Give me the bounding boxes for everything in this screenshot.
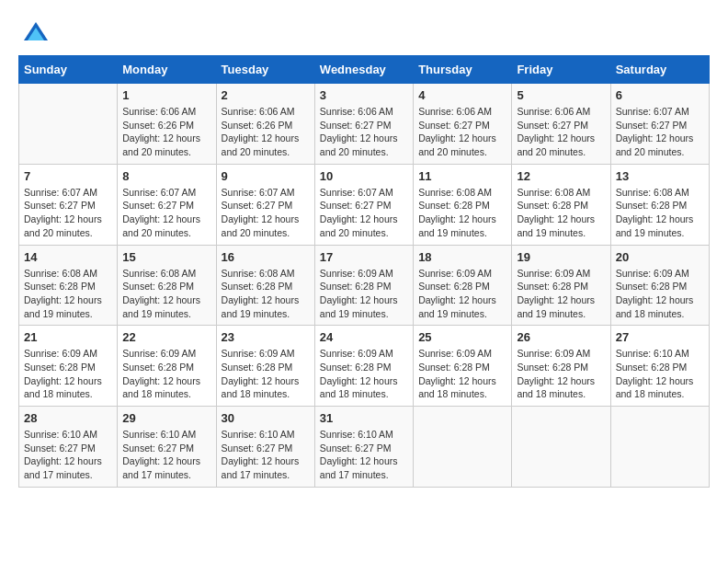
weekday-header-tuesday: Tuesday <box>216 56 314 84</box>
day-number: 9 <box>222 169 310 183</box>
day-number: 4 <box>418 88 506 102</box>
calendar-week-3: 14Sunrise: 6:08 AM Sunset: 6:28 PM Dayli… <box>19 245 710 326</box>
day-info: Sunrise: 6:08 AM Sunset: 6:28 PM Dayligh… <box>418 186 506 240</box>
day-info: Sunrise: 6:07 AM Sunset: 6:27 PM Dayligh… <box>24 186 112 240</box>
calendar-cell: 28Sunrise: 6:10 AM Sunset: 6:27 PM Dayli… <box>19 407 118 488</box>
calendar-week-4: 21Sunrise: 6:09 AM Sunset: 6:28 PM Dayli… <box>19 326 710 407</box>
page-header <box>18 18 710 46</box>
calendar-cell: 6Sunrise: 6:07 AM Sunset: 6:27 PM Daylig… <box>610 84 709 165</box>
day-info: Sunrise: 6:06 AM Sunset: 6:27 PM Dayligh… <box>517 105 605 159</box>
weekday-header-monday: Monday <box>118 56 216 84</box>
calendar-week-5: 28Sunrise: 6:10 AM Sunset: 6:27 PM Dayli… <box>19 407 710 488</box>
day-number: 26 <box>517 330 605 344</box>
calendar-cell: 20Sunrise: 6:09 AM Sunset: 6:28 PM Dayli… <box>610 245 709 326</box>
day-number: 6 <box>616 88 704 102</box>
day-number: 25 <box>418 330 506 344</box>
calendar-cell: 4Sunrise: 6:06 AM Sunset: 6:27 PM Daylig… <box>414 84 512 165</box>
day-info: Sunrise: 6:09 AM Sunset: 6:28 PM Dayligh… <box>320 267 408 321</box>
calendar-cell: 16Sunrise: 6:08 AM Sunset: 6:28 PM Dayli… <box>216 245 314 326</box>
calendar-cell: 5Sunrise: 6:06 AM Sunset: 6:27 PM Daylig… <box>512 84 610 165</box>
weekday-header-saturday: Saturday <box>610 56 709 84</box>
day-info: Sunrise: 6:09 AM Sunset: 6:28 PM Dayligh… <box>418 267 506 321</box>
day-info: Sunrise: 6:09 AM Sunset: 6:28 PM Dayligh… <box>24 347 112 401</box>
day-number: 31 <box>320 411 408 425</box>
calendar-cell: 18Sunrise: 6:09 AM Sunset: 6:28 PM Dayli… <box>414 245 512 326</box>
calendar-cell: 25Sunrise: 6:09 AM Sunset: 6:28 PM Dayli… <box>414 326 512 407</box>
calendar-cell: 30Sunrise: 6:10 AM Sunset: 6:27 PM Dayli… <box>216 407 314 488</box>
day-info: Sunrise: 6:09 AM Sunset: 6:28 PM Dayligh… <box>418 347 506 401</box>
day-number: 3 <box>320 88 408 102</box>
calendar-cell: 7Sunrise: 6:07 AM Sunset: 6:27 PM Daylig… <box>19 164 118 245</box>
day-info: Sunrise: 6:08 AM Sunset: 6:28 PM Dayligh… <box>122 267 210 321</box>
day-info: Sunrise: 6:10 AM Sunset: 6:27 PM Dayligh… <box>24 428 112 482</box>
calendar-cell: 14Sunrise: 6:08 AM Sunset: 6:28 PM Dayli… <box>19 245 118 326</box>
calendar-cell: 19Sunrise: 6:09 AM Sunset: 6:28 PM Dayli… <box>512 245 610 326</box>
calendar-cell: 29Sunrise: 6:10 AM Sunset: 6:27 PM Dayli… <box>118 407 216 488</box>
day-number: 5 <box>517 88 605 102</box>
calendar-cell: 1Sunrise: 6:06 AM Sunset: 6:26 PM Daylig… <box>118 84 216 165</box>
day-number: 21 <box>24 330 112 344</box>
day-info: Sunrise: 6:09 AM Sunset: 6:28 PM Dayligh… <box>122 347 210 401</box>
day-number: 20 <box>616 250 704 264</box>
day-number: 23 <box>222 330 310 344</box>
calendar-table: SundayMondayTuesdayWednesdayThursdayFrid… <box>18 55 710 488</box>
weekday-header-wednesday: Wednesday <box>314 56 413 84</box>
day-info: Sunrise: 6:09 AM Sunset: 6:28 PM Dayligh… <box>320 347 408 401</box>
day-number: 12 <box>517 169 605 183</box>
calendar-cell: 27Sunrise: 6:10 AM Sunset: 6:28 PM Dayli… <box>610 326 709 407</box>
day-info: Sunrise: 6:10 AM Sunset: 6:28 PM Dayligh… <box>616 347 704 401</box>
day-info: Sunrise: 6:08 AM Sunset: 6:28 PM Dayligh… <box>24 267 112 321</box>
day-number: 7 <box>24 169 112 183</box>
day-info: Sunrise: 6:08 AM Sunset: 6:28 PM Dayligh… <box>616 186 704 240</box>
calendar-cell <box>414 407 512 488</box>
day-number: 14 <box>24 250 112 264</box>
day-number: 1 <box>122 88 210 102</box>
calendar-cell <box>19 84 118 165</box>
weekday-header-row: SundayMondayTuesdayWednesdayThursdayFrid… <box>19 56 710 84</box>
day-info: Sunrise: 6:06 AM Sunset: 6:27 PM Dayligh… <box>320 105 408 159</box>
calendar-cell: 21Sunrise: 6:09 AM Sunset: 6:28 PM Dayli… <box>19 326 118 407</box>
day-info: Sunrise: 6:09 AM Sunset: 6:28 PM Dayligh… <box>616 267 704 321</box>
day-info: Sunrise: 6:06 AM Sunset: 6:26 PM Dayligh… <box>122 105 210 159</box>
day-info: Sunrise: 6:06 AM Sunset: 6:27 PM Dayligh… <box>418 105 506 159</box>
calendar-cell: 9Sunrise: 6:07 AM Sunset: 6:27 PM Daylig… <box>216 164 314 245</box>
calendar-cell: 23Sunrise: 6:09 AM Sunset: 6:28 PM Dayli… <box>216 326 314 407</box>
weekday-header-friday: Friday <box>512 56 610 84</box>
day-info: Sunrise: 6:07 AM Sunset: 6:27 PM Dayligh… <box>122 186 210 240</box>
weekday-header-thursday: Thursday <box>414 56 512 84</box>
day-number: 30 <box>222 411 310 425</box>
calendar-cell: 13Sunrise: 6:08 AM Sunset: 6:28 PM Dayli… <box>610 164 709 245</box>
day-info: Sunrise: 6:10 AM Sunset: 6:27 PM Dayligh… <box>222 428 310 482</box>
calendar-cell: 8Sunrise: 6:07 AM Sunset: 6:27 PM Daylig… <box>118 164 216 245</box>
day-info: Sunrise: 6:06 AM Sunset: 6:26 PM Dayligh… <box>222 105 310 159</box>
calendar-cell <box>610 407 709 488</box>
calendar-cell: 2Sunrise: 6:06 AM Sunset: 6:26 PM Daylig… <box>216 84 314 165</box>
day-number: 29 <box>122 411 210 425</box>
weekday-header-sunday: Sunday <box>19 56 118 84</box>
logo <box>18 18 50 46</box>
day-number: 17 <box>320 250 408 264</box>
calendar-body: 1Sunrise: 6:06 AM Sunset: 6:26 PM Daylig… <box>19 84 710 488</box>
calendar-cell: 12Sunrise: 6:08 AM Sunset: 6:28 PM Dayli… <box>512 164 610 245</box>
day-number: 27 <box>616 330 704 344</box>
day-info: Sunrise: 6:07 AM Sunset: 6:27 PM Dayligh… <box>222 186 310 240</box>
calendar-cell <box>512 407 610 488</box>
day-info: Sunrise: 6:08 AM Sunset: 6:28 PM Dayligh… <box>517 186 605 240</box>
day-info: Sunrise: 6:10 AM Sunset: 6:27 PM Dayligh… <box>320 428 408 482</box>
calendar-cell: 3Sunrise: 6:06 AM Sunset: 6:27 PM Daylig… <box>314 84 413 165</box>
calendar-cell: 22Sunrise: 6:09 AM Sunset: 6:28 PM Dayli… <box>118 326 216 407</box>
calendar-cell: 15Sunrise: 6:08 AM Sunset: 6:28 PM Dayli… <box>118 245 216 326</box>
day-info: Sunrise: 6:08 AM Sunset: 6:28 PM Dayligh… <box>222 267 310 321</box>
day-info: Sunrise: 6:07 AM Sunset: 6:27 PM Dayligh… <box>616 105 704 159</box>
calendar-week-2: 7Sunrise: 6:07 AM Sunset: 6:27 PM Daylig… <box>19 164 710 245</box>
day-number: 10 <box>320 169 408 183</box>
calendar-cell: 11Sunrise: 6:08 AM Sunset: 6:28 PM Dayli… <box>414 164 512 245</box>
day-info: Sunrise: 6:09 AM Sunset: 6:28 PM Dayligh… <box>517 347 605 401</box>
calendar-header: SundayMondayTuesdayWednesdayThursdayFrid… <box>19 56 710 84</box>
calendar-cell: 17Sunrise: 6:09 AM Sunset: 6:28 PM Dayli… <box>314 245 413 326</box>
calendar-cell: 24Sunrise: 6:09 AM Sunset: 6:28 PM Dayli… <box>314 326 413 407</box>
day-number: 15 <box>122 250 210 264</box>
day-number: 11 <box>418 169 506 183</box>
calendar-cell: 10Sunrise: 6:07 AM Sunset: 6:27 PM Dayli… <box>314 164 413 245</box>
day-number: 2 <box>222 88 310 102</box>
